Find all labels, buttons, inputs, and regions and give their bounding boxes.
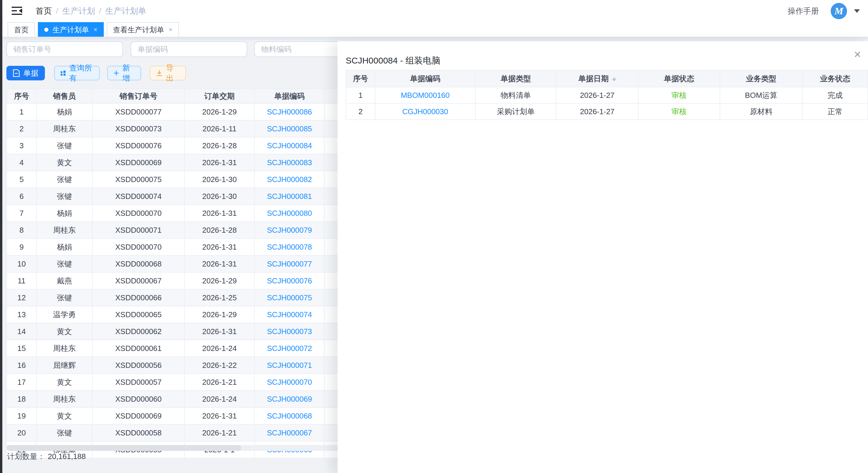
table-cell: XSDD000075 — [92, 171, 185, 188]
tab-view-production-plan-order[interactable]: 查看生产计划单 × — [107, 22, 179, 37]
document-link[interactable]: SCJH000079 — [267, 226, 312, 234]
document-link[interactable]: SCJH000068 — [267, 411, 312, 420]
table-cell: 17 — [7, 374, 36, 391]
table-cell: 2026-1-22 — [185, 357, 254, 374]
table-cell: 13 — [7, 306, 36, 323]
top-bar: 首页 / 生产计划 / 生产计划单 操作手册 M — [2, 0, 868, 23]
table-cell: 8 — [7, 222, 36, 239]
tab-home[interactable]: 首页 — [7, 22, 35, 37]
table-cell: 2 — [7, 120, 36, 137]
document-link[interactable]: SCJH000080 — [267, 209, 312, 217]
button-label: 导出 — [166, 63, 180, 83]
sort-icon[interactable]: ◆ — [612, 76, 616, 82]
document-link[interactable]: CGJH000030 — [402, 107, 448, 116]
document-link[interactable]: SCJH000073 — [267, 327, 312, 336]
document-link[interactable]: SCJH000084 — [267, 141, 312, 150]
column-header: 单据类型 — [475, 70, 556, 87]
tab-close-icon[interactable]: × — [94, 26, 97, 33]
breadcrumb-item-home[interactable]: 首页 — [36, 5, 52, 16]
related-documents-table: 序号单据编码单据类型单据日期◆单据状态业务类型业务状态1MBOM000160物料… — [346, 70, 868, 120]
document-button[interactable]: 单据 — [6, 66, 45, 80]
column-header[interactable]: 单据日期◆ — [556, 70, 638, 87]
document-link[interactable]: SCJH000081 — [267, 192, 312, 201]
close-icon[interactable]: × — [854, 48, 861, 61]
table-cell: 2026-1-21 — [185, 374, 254, 391]
table-cell: SCJH000078 — [254, 239, 324, 256]
table-cell: 12 — [7, 289, 36, 306]
table-cell: SCJH000074 — [254, 306, 324, 323]
table-cell: 杨娟 — [36, 239, 92, 256]
table-cell: SCJH000067 — [254, 425, 324, 441]
table-cell: 黄文 — [36, 374, 92, 391]
table-cell: XSDD000060 — [92, 391, 185, 407]
document-link[interactable]: SCJH000071 — [267, 361, 312, 370]
table-cell: 1 — [7, 103, 36, 120]
document-link[interactable]: SCJH000070 — [267, 378, 312, 386]
document-link[interactable]: SCJH000075 — [267, 293, 312, 302]
table-cell: 2026-1-27 — [556, 87, 638, 103]
document-link[interactable]: SCJH000085 — [267, 124, 312, 133]
menu-fold-icon[interactable] — [12, 6, 22, 15]
active-dot-icon — [44, 28, 49, 32]
table-cell: SCJH000080 — [254, 205, 324, 222]
table-cell: 6 — [7, 188, 36, 205]
breadcrumb-item-production-plan[interactable]: 生产计划 — [62, 5, 95, 16]
document-link[interactable]: SCJH000077 — [267, 260, 312, 268]
table-cell: 9 — [7, 239, 36, 256]
document-link[interactable]: SCJH000069 — [267, 395, 312, 403]
document-link[interactable]: SCJH000074 — [267, 310, 312, 319]
table-cell: BOM运算 — [720, 87, 803, 103]
button-label: 新增 — [122, 63, 135, 83]
tab-close-icon[interactable]: × — [169, 26, 173, 33]
table-cell: 2026-1-31 — [185, 407, 254, 425]
query-all-button[interactable]: 查询所有 — [54, 66, 100, 80]
grid-icon — [61, 70, 66, 76]
table-row[interactable]: 1MBOM000160物料清单2026-1-27审核BOM运算完成 — [346, 87, 868, 103]
tab-label: 查看生产计划单 — [113, 25, 164, 35]
table-cell: SCJH000070 — [254, 374, 324, 391]
column-header: 序号 — [346, 70, 375, 87]
table-cell: 2026-1-29 — [185, 103, 254, 120]
table-cell: 2026-1-27 — [556, 103, 638, 120]
document-link[interactable]: SCJH000076 — [267, 276, 312, 285]
document-link[interactable]: MBOM000160 — [401, 91, 450, 100]
tab-production-plan-order[interactable]: 生产计划单 × — [38, 22, 104, 37]
column-header: 单据编码 — [254, 89, 324, 103]
manual-link[interactable]: 操作手册 — [787, 6, 819, 16]
document-link[interactable]: SCJH000082 — [267, 175, 312, 184]
table-cell: 7 — [7, 205, 36, 222]
table-cell: 张键 — [36, 188, 92, 205]
table-cell: 2026-1-24 — [185, 391, 254, 407]
document-link[interactable]: SCJH000072 — [267, 344, 312, 353]
table-cell: SCJH000071 — [254, 357, 324, 374]
table-row[interactable]: 2CGJH000030采购计划单2026-1-27审核原材料正常 — [346, 103, 868, 120]
table-cell: XSDD000074 — [92, 188, 185, 205]
sales-order-no-input[interactable] — [6, 41, 123, 57]
document-code-input[interactable] — [131, 41, 247, 57]
scrollbar-thumb[interactable] — [6, 445, 241, 451]
table-cell: 审核 — [638, 103, 720, 120]
table-cell: SCJH000084 — [254, 137, 324, 154]
table-cell: 2026-1-30 — [185, 188, 254, 205]
button-label: 单据 — [23, 68, 38, 78]
table-cell: 2026-1-11 — [185, 120, 254, 137]
document-link[interactable]: SCJH000086 — [267, 107, 312, 116]
table-cell: 采购计划单 — [475, 103, 556, 120]
table-cell: SCJH000076 — [254, 272, 324, 289]
export-button[interactable]: 导出 — [150, 66, 186, 80]
plus-icon — [114, 70, 119, 76]
user-menu-caret-icon[interactable] — [854, 9, 860, 13]
document-link[interactable]: SCJH000078 — [267, 243, 312, 251]
table-cell: 20 — [7, 425, 36, 441]
table-cell: SCJH000072 — [254, 340, 324, 357]
column-header: 订单交期 — [185, 89, 254, 103]
table-cell: XSDD000073 — [92, 120, 185, 137]
table-cell: 戴燕 — [36, 272, 92, 289]
table-cell: 张键 — [36, 171, 92, 188]
document-link[interactable]: SCJH000083 — [267, 158, 312, 167]
user-avatar[interactable]: M — [831, 3, 847, 19]
add-button[interactable]: 新增 — [107, 66, 141, 80]
document-link[interactable]: SCJH000067 — [267, 429, 312, 437]
table-cell: 2026-1-31 — [185, 239, 254, 256]
table-cell: XSDD000062 — [92, 323, 185, 340]
